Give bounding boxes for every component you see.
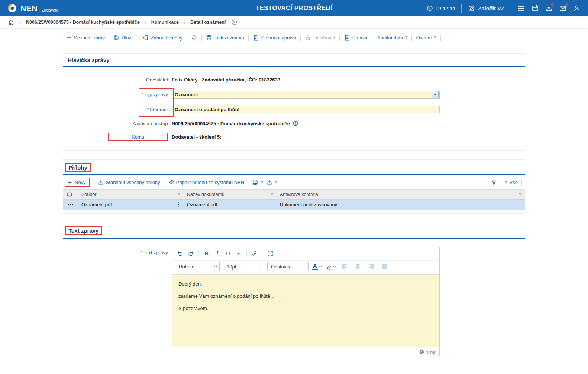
breadcrumb-separator: ›: [145, 19, 146, 25]
download-all-attachments-button[interactable]: Stáhnout všechny přílohy: [98, 180, 160, 186]
create-vz-button[interactable]: Založit VZ: [468, 5, 504, 12]
bell-icon: [191, 35, 197, 41]
print-record-label: Tisk záznamu: [214, 35, 244, 41]
drag-handle-icon[interactable]: [177, 202, 180, 208]
download-message-button[interactable]: Stáhnout zprávu: [253, 35, 297, 41]
required-asterisk: *: [142, 92, 143, 97]
subject-label: *Předmět:: [63, 107, 172, 112]
link-icon[interactable]: [249, 249, 259, 258]
chevron-down-icon: [319, 265, 322, 268]
underline-icon[interactable]: U: [223, 249, 233, 258]
top-header: NEN Zadavatel TESTOVACÍ PROSTŘEDÍ 19:42:…: [0, 0, 588, 16]
column-filter-icon[interactable]: ▽: [271, 193, 273, 196]
separator: [511, 4, 511, 13]
chevron-down-icon: ▽: [261, 181, 263, 184]
messages-button[interactable]: [559, 4, 567, 12]
sender-label: Odesílatel:: [63, 77, 172, 83]
undo-icon[interactable]: [175, 249, 185, 258]
section-title: Přílohy: [65, 163, 91, 172]
font-family-select[interactable]: Roboto: [175, 262, 220, 271]
save-button[interactable]: Uložit: [113, 35, 134, 41]
font-size-select[interactable]: 10pt: [223, 262, 264, 271]
export-icon: [266, 180, 272, 186]
fullscreen-icon[interactable]: [265, 249, 275, 258]
discard-changes-button[interactable]: Zahodit změny: [142, 35, 182, 41]
audit-data-label: Auditní data: [377, 35, 403, 41]
cell-doc-name[interactable]: Oznámení.pdf: [184, 200, 277, 210]
save-label: Uložit: [122, 35, 134, 41]
form-row-subject: *Předmět: Oznámení o podání po lhůtě: [63, 105, 525, 114]
user-icon: [573, 4, 581, 12]
new-attachment-button[interactable]: Nový: [65, 178, 90, 187]
filter-icon[interactable]: [491, 180, 497, 186]
hamburger-icon: [517, 4, 525, 12]
close-tab-icon[interactable]: [231, 19, 238, 25]
align-right-icon[interactable]: [366, 262, 377, 271]
row-menu-cell[interactable]: [63, 200, 78, 210]
record-toolbar: Seznam zpráv Uložit Zahodit změny Tisk z…: [63, 31, 525, 44]
document-delete-icon: [344, 35, 350, 41]
attach-from-nen-button[interactable]: Připojit přílohu ze systému NEN: [168, 180, 245, 186]
other-menu[interactable]: Ostatní ▽: [416, 35, 436, 41]
cell-file[interactable]: Oznámení.pdf: [78, 200, 184, 210]
bold-icon[interactable]: B: [201, 249, 211, 258]
print-record-button[interactable]: Tisk záznamu: [206, 35, 244, 41]
attachment-row[interactable]: Oznámení.pdf Oznámení.pdf Dokument není …: [63, 200, 525, 210]
strikethrough-icon[interactable]: S: [234, 249, 244, 258]
required-asterisk: *: [141, 250, 143, 255]
attachments-toolbar: Nový Stáhnout všechny přílohy Připojit p…: [63, 175, 525, 189]
notification-badge: [565, 3, 568, 6]
required-asterisk: *: [147, 107, 149, 112]
print-attachments-menu[interactable]: ▽: [252, 179, 263, 186]
column-header-file[interactable]: Soubor ▽: [78, 190, 184, 199]
highlight-color-button[interactable]: [326, 264, 336, 270]
editor-content[interactable]: Dobrý den, zasíláme Vám oznámení o podán…: [172, 275, 439, 347]
info-icon[interactable]: [293, 120, 298, 126]
home-icon[interactable]: [8, 19, 14, 26]
block-format-select[interactable]: Odstavec: [267, 262, 309, 271]
nen-logo[interactable]: NEN Zadavatel: [7, 3, 59, 13]
highlighter-icon: [326, 264, 332, 270]
watch-bell-button[interactable]: [191, 35, 197, 41]
align-justify-icon[interactable]: [380, 262, 390, 271]
session-time: 19:42:44: [436, 6, 455, 11]
redo-icon[interactable]: [186, 249, 196, 258]
separator: [411, 35, 412, 41]
export-attachments-menu[interactable]: ▽: [266, 180, 277, 186]
message-type-select[interactable]: Oznámení: [172, 91, 440, 99]
chevron-down-icon: ▽: [434, 36, 436, 39]
select-dropdown-button[interactable]: [432, 91, 439, 98]
column-header-selector[interactable]: [63, 190, 78, 199]
column-filter-icon[interactable]: ▽: [519, 193, 521, 196]
downloads-button[interactable]: [545, 4, 553, 12]
column-header-doc-name[interactable]: Název dokumentu ▽: [184, 190, 277, 199]
breadcrumb-item-communication[interactable]: Komunikace: [151, 20, 179, 25]
delete-button[interactable]: Smazat: [344, 35, 369, 41]
audit-data-menu[interactable]: Auditní data ▽: [377, 35, 408, 41]
column-filter-icon[interactable]: ▽: [178, 193, 180, 196]
richtext-editor: B I U S Roboto 10pt: [172, 246, 440, 357]
plus-icon: [67, 180, 72, 185]
recipient-picker-button[interactable]: Komu: [108, 133, 168, 141]
column-header-antivirus[interactable]: Antivirová kontrola ▽: [277, 190, 525, 199]
chevron-down-icon: [303, 265, 307, 269]
align-left-icon[interactable]: [340, 262, 350, 271]
align-center-icon[interactable]: [353, 262, 363, 271]
filter-all-menu[interactable]: ▽ Vše: [505, 180, 518, 185]
subject-input[interactable]: Oznámení o podání po lhůtě: [172, 106, 440, 113]
message-type-label: *Typ zprávy:: [63, 92, 172, 97]
text-color-button[interactable]: A: [312, 263, 322, 270]
editor-toolbar-row1: B I U S: [172, 246, 439, 261]
download-all-label: Stáhnout všechny přílohy: [106, 180, 160, 185]
main-menu-button[interactable]: [517, 4, 525, 12]
message-list-button[interactable]: Seznam zpráv: [66, 35, 105, 41]
tiny-brand: tiny: [426, 349, 436, 355]
discard-icon: [142, 35, 149, 41]
calendar-button[interactable]: [532, 4, 539, 12]
breadcrumb-item-procedure[interactable]: N006/25/V00004575 - Domácí kuchyňské spo…: [26, 20, 140, 25]
separator: [248, 179, 248, 186]
italic-icon[interactable]: I: [212, 249, 222, 258]
procedure-label: Zadávací postup:: [63, 121, 172, 126]
message-type-value: Oznámení: [175, 92, 198, 97]
user-profile-button[interactable]: [573, 4, 581, 12]
